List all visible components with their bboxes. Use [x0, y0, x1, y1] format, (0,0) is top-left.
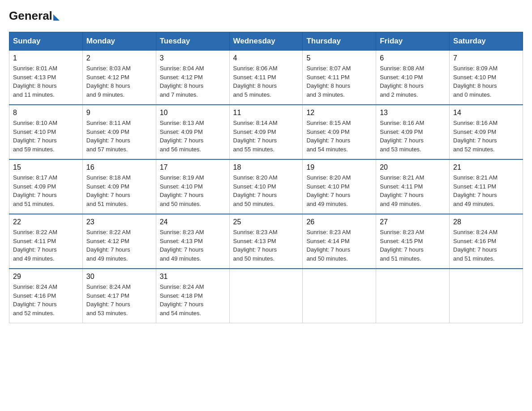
calendar-cell: 14Sunrise: 8:16 AMSunset: 4:09 PMDayligh… [450, 105, 523, 159]
logo-triangle-icon [53, 14, 60, 21]
day-info: Sunrise: 8:06 AMSunset: 4:11 PMDaylight:… [233, 64, 299, 99]
day-info: Sunrise: 8:13 AMSunset: 4:09 PMDaylight:… [160, 119, 226, 154]
day-number: 6 [380, 54, 446, 62]
day-info: Sunrise: 8:16 AMSunset: 4:09 PMDaylight:… [453, 119, 519, 154]
day-info: Sunrise: 8:01 AMSunset: 4:13 PMDaylight:… [13, 64, 79, 99]
day-info: Sunrise: 8:10 AMSunset: 4:10 PMDaylight:… [13, 119, 79, 154]
logo: General [9, 9, 60, 23]
calendar-cell [229, 269, 303, 323]
day-info: Sunrise: 8:22 AMSunset: 4:12 PMDaylight:… [86, 228, 152, 263]
day-info: Sunrise: 8:23 AMSunset: 4:15 PMDaylight:… [380, 228, 446, 263]
calendar-cell: 17Sunrise: 8:19 AMSunset: 4:10 PMDayligh… [156, 159, 229, 214]
day-info: Sunrise: 8:23 AMSunset: 4:14 PMDaylight:… [306, 228, 372, 263]
page-header: General [9, 9, 523, 23]
day-number: 16 [86, 163, 152, 171]
day-number: 18 [233, 163, 299, 171]
day-info: Sunrise: 8:20 AMSunset: 4:10 PMDaylight:… [306, 173, 372, 208]
day-info: Sunrise: 8:21 AMSunset: 4:11 PMDaylight:… [453, 173, 519, 208]
day-number: 29 [13, 273, 79, 281]
calendar-week-row: 15Sunrise: 8:17 AMSunset: 4:09 PMDayligh… [9, 159, 523, 214]
calendar-cell: 20Sunrise: 8:21 AMSunset: 4:11 PMDayligh… [376, 159, 450, 214]
calendar-cell: 19Sunrise: 8:20 AMSunset: 4:10 PMDayligh… [303, 159, 376, 214]
day-info: Sunrise: 8:23 AMSunset: 4:13 PMDaylight:… [233, 228, 299, 263]
day-number: 7 [453, 54, 519, 62]
calendar-cell: 15Sunrise: 8:17 AMSunset: 4:09 PMDayligh… [9, 159, 83, 214]
calendar-cell: 29Sunrise: 8:24 AMSunset: 4:16 PMDayligh… [9, 269, 83, 323]
day-number: 11 [233, 109, 299, 117]
day-of-week-header: Saturday [450, 32, 523, 51]
day-of-week-header: Monday [82, 32, 156, 51]
calendar-cell: 23Sunrise: 8:22 AMSunset: 4:12 PMDayligh… [82, 214, 156, 269]
calendar-cell: 16Sunrise: 8:18 AMSunset: 4:09 PMDayligh… [82, 159, 156, 214]
calendar-cell: 11Sunrise: 8:14 AMSunset: 4:09 PMDayligh… [229, 105, 303, 159]
day-number: 15 [13, 163, 79, 171]
day-info: Sunrise: 8:17 AMSunset: 4:09 PMDaylight:… [13, 173, 79, 208]
day-number: 1 [13, 54, 79, 62]
calendar-cell: 5Sunrise: 8:07 AMSunset: 4:11 PMDaylight… [303, 51, 376, 105]
day-number: 24 [160, 218, 226, 226]
calendar-week-row: 8Sunrise: 8:10 AMSunset: 4:10 PMDaylight… [9, 105, 523, 159]
day-number: 27 [380, 218, 446, 226]
day-of-week-header: Tuesday [156, 32, 229, 51]
calendar-cell [450, 269, 523, 323]
calendar-cell [303, 269, 376, 323]
day-number: 13 [380, 109, 446, 117]
day-number: 14 [453, 109, 519, 117]
calendar-cell: 7Sunrise: 8:09 AMSunset: 4:10 PMDaylight… [450, 51, 523, 105]
day-number: 9 [86, 109, 152, 117]
calendar-header-row: SundayMondayTuesdayWednesdayThursdayFrid… [9, 32, 523, 51]
day-of-week-header: Wednesday [229, 32, 303, 51]
day-number: 21 [453, 163, 519, 171]
day-info: Sunrise: 8:24 AMSunset: 4:16 PMDaylight:… [453, 228, 519, 263]
day-number: 4 [233, 54, 299, 62]
day-number: 5 [306, 54, 372, 62]
calendar-cell: 22Sunrise: 8:22 AMSunset: 4:11 PMDayligh… [9, 214, 83, 269]
day-info: Sunrise: 8:11 AMSunset: 4:09 PMDaylight:… [86, 119, 152, 154]
day-info: Sunrise: 8:21 AMSunset: 4:11 PMDaylight:… [380, 173, 446, 208]
day-number: 28 [453, 218, 519, 226]
day-info: Sunrise: 8:19 AMSunset: 4:10 PMDaylight:… [160, 173, 226, 208]
day-info: Sunrise: 8:18 AMSunset: 4:09 PMDaylight:… [86, 173, 152, 208]
calendar-week-row: 1Sunrise: 8:01 AMSunset: 4:13 PMDaylight… [9, 51, 523, 105]
calendar-cell: 2Sunrise: 8:03 AMSunset: 4:12 PMDaylight… [82, 51, 156, 105]
day-number: 25 [233, 218, 299, 226]
calendar-cell: 12Sunrise: 8:15 AMSunset: 4:09 PMDayligh… [303, 105, 376, 159]
day-info: Sunrise: 8:24 AMSunset: 4:18 PMDaylight:… [160, 283, 226, 317]
calendar-cell: 27Sunrise: 8:23 AMSunset: 4:15 PMDayligh… [376, 214, 450, 269]
day-number: 26 [306, 218, 372, 226]
day-info: Sunrise: 8:20 AMSunset: 4:10 PMDaylight:… [233, 173, 299, 208]
logo-general-text: General [9, 9, 52, 23]
day-info: Sunrise: 8:08 AMSunset: 4:10 PMDaylight:… [380, 64, 446, 99]
day-info: Sunrise: 8:15 AMSunset: 4:09 PMDaylight:… [306, 119, 372, 154]
calendar-cell: 10Sunrise: 8:13 AMSunset: 4:09 PMDayligh… [156, 105, 229, 159]
day-number: 3 [160, 54, 226, 62]
day-number: 17 [160, 163, 226, 171]
calendar-cell: 24Sunrise: 8:23 AMSunset: 4:13 PMDayligh… [156, 214, 229, 269]
calendar-cell: 8Sunrise: 8:10 AMSunset: 4:10 PMDaylight… [9, 105, 83, 159]
calendar-cell: 9Sunrise: 8:11 AMSunset: 4:09 PMDaylight… [82, 105, 156, 159]
day-info: Sunrise: 8:14 AMSunset: 4:09 PMDaylight:… [233, 119, 299, 154]
day-info: Sunrise: 8:24 AMSunset: 4:16 PMDaylight:… [13, 283, 79, 317]
calendar-cell: 26Sunrise: 8:23 AMSunset: 4:14 PMDayligh… [303, 214, 376, 269]
calendar-cell: 31Sunrise: 8:24 AMSunset: 4:18 PMDayligh… [156, 269, 229, 323]
day-info: Sunrise: 8:16 AMSunset: 4:09 PMDaylight:… [380, 119, 446, 154]
day-number: 23 [86, 218, 152, 226]
day-info: Sunrise: 8:23 AMSunset: 4:13 PMDaylight:… [160, 228, 226, 263]
calendar-cell: 13Sunrise: 8:16 AMSunset: 4:09 PMDayligh… [376, 105, 450, 159]
day-number: 19 [306, 163, 372, 171]
day-info: Sunrise: 8:09 AMSunset: 4:10 PMDaylight:… [453, 64, 519, 99]
day-info: Sunrise: 8:07 AMSunset: 4:11 PMDaylight:… [306, 64, 372, 99]
calendar-cell: 30Sunrise: 8:24 AMSunset: 4:17 PMDayligh… [82, 269, 156, 323]
day-info: Sunrise: 8:04 AMSunset: 4:12 PMDaylight:… [160, 64, 226, 99]
day-number: 10 [160, 109, 226, 117]
day-number: 31 [160, 273, 226, 281]
day-number: 30 [86, 273, 152, 281]
calendar-cell: 6Sunrise: 8:08 AMSunset: 4:10 PMDaylight… [376, 51, 450, 105]
day-number: 22 [13, 218, 79, 226]
day-of-week-header: Friday [376, 32, 450, 51]
day-info: Sunrise: 8:24 AMSunset: 4:17 PMDaylight:… [86, 283, 152, 317]
day-number: 8 [13, 109, 79, 117]
day-number: 2 [86, 54, 152, 62]
day-of-week-header: Thursday [303, 32, 376, 51]
day-number: 12 [306, 109, 372, 117]
